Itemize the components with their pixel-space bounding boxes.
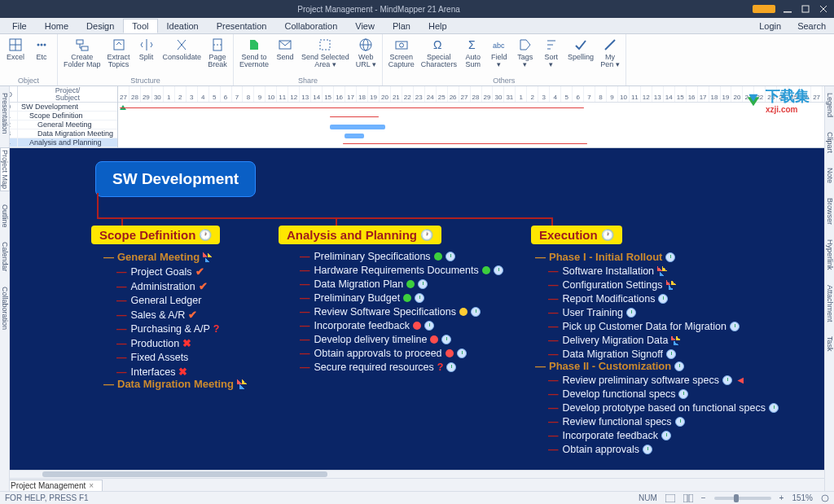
minimize-button[interactable]: [782, 3, 793, 15]
ribbon-web-url[interactable]: Web URL ▾: [353, 36, 379, 71]
map-item[interactable]: —Obtain approvals to proceed: [300, 348, 503, 359]
map-item[interactable]: —Review preliminary software specs ◄: [548, 375, 779, 386]
map-item[interactable]: —User Training: [548, 307, 779, 318]
zoom-out-icon[interactable]: −: [701, 493, 706, 502]
map-item[interactable]: —General Ledger: [116, 295, 247, 306]
ribbon-etc[interactable]: Etc: [29, 36, 54, 63]
gantt-timeline[interactable]: 2728293012345678910111213141516171819202…: [118, 86, 834, 147]
main-tab-file[interactable]: File: [3, 19, 36, 33]
map-item[interactable]: —Data Migration Plan: [300, 278, 503, 290]
main-tab-tool[interactable]: Tool: [123, 19, 157, 33]
view-mode-icon[interactable]: [665, 494, 675, 502]
map-item[interactable]: —Fixed Assets: [116, 352, 247, 363]
group-title[interactable]: —Data Migration Meeting: [103, 378, 247, 390]
rail-clipart[interactable]: Clipart: [826, 130, 834, 155]
map-item[interactable]: —Secure required resources ?: [300, 362, 503, 373]
group-title[interactable]: —General Meeting: [103, 251, 247, 263]
main-tab-ideation[interactable]: Ideation: [158, 19, 208, 33]
map-item[interactable]: —Obtain approvals: [548, 444, 779, 455]
branch-analysis-planning[interactable]: Analysis and Planning🕐: [279, 226, 441, 244]
map-item[interactable]: —Pick up Customer Data for Migration: [548, 321, 779, 332]
branch-scope-definition[interactable]: Scope Definition🕐: [91, 226, 220, 244]
ribbon-my-pen[interactable]: My Pen ▾: [598, 36, 622, 71]
map-item[interactable]: —Delivery Migration Data: [548, 335, 779, 346]
ribbon-consolidate[interactable]: Consolidate: [160, 36, 204, 63]
map-item[interactable]: —Incorporate feedback: [300, 320, 503, 331]
rail-hyperlink[interactable]: Hyperlink: [826, 238, 834, 272]
rail-calendar[interactable]: Calendar: [1, 240, 9, 274]
root-node[interactable]: SW Development: [95, 161, 256, 197]
zoom-level[interactable]: 151%: [792, 493, 813, 502]
map-item[interactable]: —Incorporate feedback: [548, 430, 779, 441]
rail-task[interactable]: Task: [826, 335, 834, 353]
rail-collaboration[interactable]: Collaboration: [1, 285, 9, 331]
group-title[interactable]: —Phase II - Customization: [535, 360, 779, 372]
map-item[interactable]: —Software Installation: [548, 265, 779, 277]
rail-project-map[interactable]: Project Map: [0, 147, 10, 191]
mindmap-canvas[interactable]: SW Development Scope Definition🕐 —Genera…: [10, 148, 824, 478]
ribbon-sort[interactable]: Sort ▾: [539, 36, 564, 71]
ribbon-create-folder-map[interactable]: Create Folder Map: [61, 36, 103, 71]
gantt-row[interactable]: 1Scope Definition: [0, 112, 117, 121]
map-item[interactable]: —Project Goals ✔: [116, 265, 247, 278]
map-item[interactable]: —Sales & A/R ✔: [116, 309, 247, 321]
search-link[interactable]: Search: [789, 20, 834, 33]
zoom-slider[interactable]: [714, 497, 771, 500]
map-item[interactable]: —Review Software Specifications: [300, 306, 503, 318]
ribbon-extract-topics[interactable]: Extract Topics: [105, 36, 133, 71]
rail-attachment[interactable]: Attachment: [826, 283, 834, 324]
ribbon-send-evernote[interactable]: Send to Evernote: [237, 36, 271, 71]
map-item[interactable]: —Configuration Settings: [548, 279, 779, 291]
rail-browser[interactable]: Browser: [826, 196, 834, 226]
ribbon-excel[interactable]: Excel: [3, 36, 28, 63]
map-item[interactable]: —Production ✖: [116, 337, 247, 349]
rail-note[interactable]: Note: [826, 166, 834, 185]
map-item[interactable]: —Develop delivery timeline: [300, 334, 503, 345]
ribbon-field[interactable]: abcField ▾: [487, 36, 511, 71]
map-item[interactable]: —Administration ✔: [116, 280, 247, 292]
horizontal-scrollbar[interactable]: [10, 470, 824, 478]
login-link[interactable]: Login: [751, 20, 789, 33]
map-item[interactable]: —Review functional specs: [548, 416, 779, 427]
maximize-button[interactable]: [800, 3, 811, 15]
zoom-fit-icon[interactable]: [821, 494, 829, 502]
gantt-row[interactable]: 2General Meeting: [0, 121, 117, 129]
group-title[interactable]: —Phase I - Initial Rollout: [535, 251, 779, 263]
ribbon-tags[interactable]: Tags ▾: [513, 36, 538, 71]
main-tab-plan[interactable]: Plan: [384, 19, 419, 33]
ribbon-spelling[interactable]: Spelling: [565, 36, 596, 63]
ribbon-send[interactable]: Send: [273, 36, 297, 63]
map-item[interactable]: —Data Migration Signoff: [548, 348, 779, 360]
ribbon-page-break[interactable]: Page Break: [205, 36, 230, 71]
ribbon-split[interactable]: Split: [134, 36, 159, 63]
close-button[interactable]: [818, 3, 829, 15]
map-item[interactable]: —Report Modifications: [548, 293, 779, 305]
map-item[interactable]: —Purchasing & A/P ?: [116, 323, 247, 335]
map-item[interactable]: —Develop prototype based on functional s…: [548, 402, 779, 414]
map-item[interactable]: —Preliminary Specifications: [300, 251, 503, 262]
view-mode-icon-2[interactable]: [683, 494, 693, 502]
map-item[interactable]: —Hardware Requirements Documents: [300, 265, 503, 276]
ribbon-special-chars[interactable]: ΩSpecial Characters: [419, 36, 459, 71]
map-item[interactable]: —Develop functional specs: [548, 388, 779, 400]
main-tab-collaboration[interactable]: Collaboration: [275, 19, 346, 33]
rail-legend[interactable]: Legend: [826, 91, 834, 119]
gantt-row[interactable]: 3Data Migration Meeting: [0, 129, 117, 138]
rail-presentation[interactable]: Presentation: [1, 91, 9, 136]
main-tab-home[interactable]: Home: [36, 19, 77, 33]
map-item[interactable]: —Interfaces ✖: [116, 366, 247, 378]
gantt-row[interactable]: 4Analysis and Planning: [0, 138, 117, 147]
ribbon-screen-capture[interactable]: Screen Capture: [386, 36, 417, 71]
main-tab-help[interactable]: Help: [419, 19, 456, 33]
document-tab[interactable]: Project Management×: [2, 480, 103, 491]
main-tab-view[interactable]: View: [346, 19, 384, 33]
main-tab-design[interactable]: Design: [77, 19, 123, 33]
main-tab-presentation[interactable]: Presentation: [208, 19, 276, 33]
rail-outline[interactable]: Outline: [1, 203, 9, 230]
ribbon-send-selected[interactable]: Send Selected Area ▾: [299, 36, 352, 71]
zoom-in-icon[interactable]: +: [779, 493, 784, 502]
gantt-row[interactable]: 0SW Development: [0, 103, 117, 112]
map-item[interactable]: —Preliminary Budget: [300, 292, 503, 304]
close-tab-icon[interactable]: ×: [89, 481, 94, 490]
branch-execution[interactable]: Execution🕐: [531, 226, 622, 244]
